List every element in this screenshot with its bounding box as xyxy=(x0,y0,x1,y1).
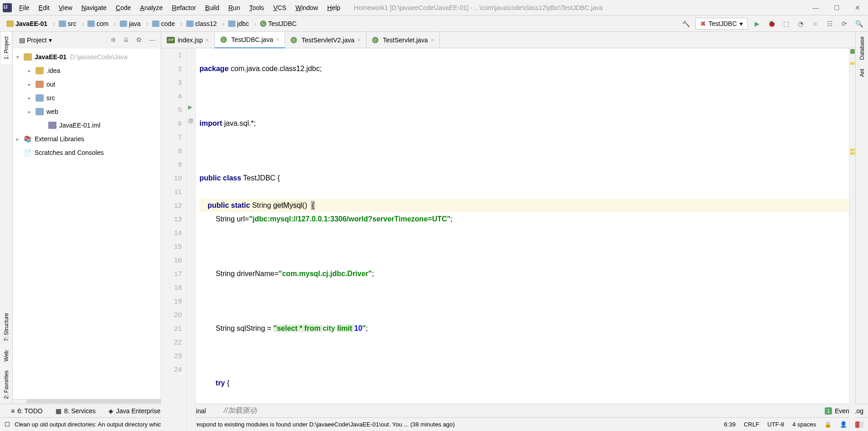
menu-run[interactable]: Run xyxy=(224,1,245,14)
menu-view[interactable]: View xyxy=(54,1,77,14)
rail-web[interactable]: Web xyxy=(1,346,11,366)
project-header: ▤ Project ▾ ⊕ ⇊ ✿ — xyxy=(13,32,161,48)
tab-testservletv2[interactable]: CTestServletV2.java× xyxy=(285,32,367,48)
breadcrumb-separator: › xyxy=(180,20,183,27)
project-tools: ⊕ ⇊ ✿ — xyxy=(111,36,157,44)
breadcrumb-jdbc[interactable]: jdbc xyxy=(225,19,252,28)
menu-vcs[interactable]: VCS xyxy=(269,1,291,14)
expand-icon[interactable]: ▾ xyxy=(16,54,24,60)
close-tab-icon[interactable]: × xyxy=(276,36,280,43)
project-tree: ▾ JavaEE-01 D:\javaeeCode\Java ▸.idea ▸o… xyxy=(13,48,161,399)
warning-mark[interactable] xyxy=(850,149,855,151)
menu-navigate[interactable]: Navigate xyxy=(77,1,111,14)
status-toggle-icon[interactable]: ☐ xyxy=(5,421,10,428)
breadcrumb-src[interactable]: src xyxy=(56,19,79,28)
tool-todo[interactable]: ≡6: TODO xyxy=(5,407,49,415)
expand-icon[interactable]: ▸ xyxy=(28,109,36,115)
hide-icon[interactable]: — xyxy=(149,36,157,44)
warning-mark[interactable] xyxy=(850,62,855,65)
folder-icon xyxy=(36,108,44,115)
maximize-button[interactable]: ☐ xyxy=(826,0,847,15)
tree-root[interactable]: ▾ JavaEE-01 D:\javaeeCode\Java xyxy=(13,50,161,64)
breadcrumb-java[interactable]: java xyxy=(117,19,143,28)
chevron-down-icon: ▾ xyxy=(740,20,743,27)
editor-body[interactable]: 123456789101112131415161718192021222324 … xyxy=(161,48,855,431)
tool-services[interactable]: ▦8: Services xyxy=(49,407,102,415)
close-tab-icon[interactable]: × xyxy=(431,36,434,43)
update-button[interactable]: ⟳ xyxy=(839,18,850,29)
rail-project[interactable]: 1: Project xyxy=(1,32,11,64)
settings-icon[interactable]: ✿ xyxy=(136,36,144,44)
breadcrumb-class12[interactable]: class12 xyxy=(184,19,220,28)
tree-item-src[interactable]: ▸src xyxy=(13,91,161,105)
project-view-dropdown[interactable]: ▤ Project ▾ xyxy=(16,36,55,45)
tab-testjdbc[interactable]: CTestJDBC.java× xyxy=(215,32,285,48)
status-indicator xyxy=(850,49,855,54)
expand-icon[interactable]: ▸ xyxy=(28,68,36,74)
stop-button[interactable]: ■ xyxy=(810,18,821,29)
run-gutter-icon[interactable]: ▶ xyxy=(188,104,192,110)
menu-edit[interactable]: Edit xyxy=(34,1,54,14)
debug-button[interactable]: 🐞 xyxy=(766,18,777,29)
close-tab-icon[interactable]: × xyxy=(205,36,209,43)
tool-javaee[interactable]: ◈Java Enterprise xyxy=(102,407,167,415)
project-structure-button[interactable]: ☷ xyxy=(824,18,835,29)
breadcrumb-com[interactable]: com xyxy=(85,19,111,28)
tree-item-out[interactable]: ▸out xyxy=(13,77,161,91)
profile-button[interactable]: ◔ xyxy=(795,18,806,29)
build-button[interactable]: 🔨 xyxy=(681,18,692,29)
menu-code[interactable]: Code xyxy=(111,1,135,14)
breadcrumb-class[interactable]: CTestJDBC xyxy=(257,19,299,28)
run-button[interactable]: ▶ xyxy=(751,18,762,29)
javaee-icon: ◈ xyxy=(108,407,113,415)
tree-item-idea[interactable]: ▸.idea xyxy=(13,64,161,77)
expand-icon[interactable]: ▸ xyxy=(28,82,36,87)
expand-icon[interactable]: ▸ xyxy=(28,95,36,101)
rail-favorites[interactable]: 2: Favorites xyxy=(1,366,11,404)
breadcrumb-separator: › xyxy=(254,20,256,27)
tree-external-libs[interactable]: ▸📚External Libraries xyxy=(13,132,161,146)
breadcrumb-project[interactable]: JavaEE-01 xyxy=(4,19,50,28)
gutter-marks: ▶ @ xyxy=(187,48,196,431)
code-content[interactable]: package com.java.code.class12.jdbc; impo… xyxy=(196,48,849,431)
breadcrumb-code[interactable]: code xyxy=(149,19,178,28)
menu-refactor[interactable]: Refactor xyxy=(167,1,200,14)
rail-database[interactable]: Database xyxy=(857,32,867,64)
class-icon: C xyxy=(220,36,227,43)
resize-handle[interactable] xyxy=(13,399,161,404)
breadcrumb-separator: › xyxy=(82,20,84,27)
tab-testservlet[interactable]: CTestServlet.java× xyxy=(367,32,440,48)
main-menu: File Edit View Navigate Code Analyze Ref… xyxy=(15,1,345,14)
class-icon: C xyxy=(372,37,378,43)
run-config-dropdown[interactable]: ✖ TestJDBC ▾ xyxy=(695,18,748,30)
memory-indicator[interactable] xyxy=(855,421,863,428)
tree-scratches[interactable]: 📄Scratches and Consoles xyxy=(13,146,161,159)
override-gutter-icon[interactable]: @ xyxy=(188,118,194,124)
class-icon: C xyxy=(291,37,297,43)
menu-build[interactable]: Build xyxy=(200,1,224,14)
rail-ant[interactable]: Ant xyxy=(857,64,867,82)
menu-window[interactable]: Window xyxy=(291,1,323,14)
coverage-button[interactable]: ⬚ xyxy=(781,18,791,29)
minimize-button[interactable]: — xyxy=(805,0,826,15)
rail-structure[interactable]: 7: Structure xyxy=(1,308,11,346)
tab-indexjsp[interactable]: JSPindex.jsp× xyxy=(161,32,215,48)
menu-file[interactable]: File xyxy=(15,1,34,14)
menu-analyze[interactable]: Analyze xyxy=(136,1,168,14)
tree-item-web[interactable]: ▸web xyxy=(13,105,161,118)
editor-tabs: JSPindex.jsp× CTestJDBC.java× CTestServl… xyxy=(161,32,855,48)
jsp-icon: JSP xyxy=(167,37,175,43)
expand-icon[interactable]: ▸ xyxy=(16,136,24,142)
folder-icon xyxy=(120,21,127,27)
menu-tools[interactable]: Tools xyxy=(245,1,269,14)
collapse-icon[interactable]: ⇊ xyxy=(123,36,132,44)
locate-icon[interactable]: ⊕ xyxy=(111,36,119,44)
search-everywhere-button[interactable]: 🔍 xyxy=(853,18,864,29)
tree-item-iml[interactable]: JavaEE-01.iml xyxy=(13,118,161,132)
folder-icon xyxy=(87,21,95,27)
close-tab-icon[interactable]: × xyxy=(357,36,361,43)
menu-help[interactable]: Help xyxy=(322,1,345,14)
scroll-marker-bar[interactable] xyxy=(849,48,855,431)
warning-mark[interactable] xyxy=(850,152,855,155)
close-window-button[interactable]: ✕ xyxy=(847,0,868,15)
